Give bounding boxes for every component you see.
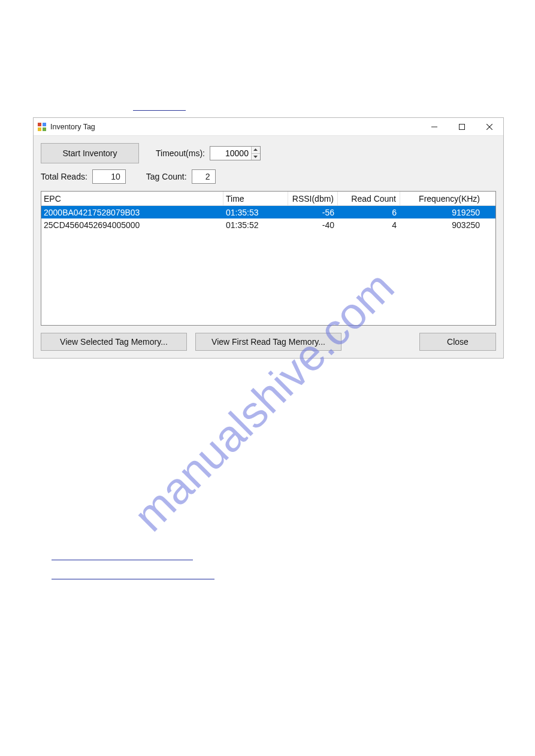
inventory-tag-window: Inventory Tag Start Inventory Timeout(ms… bbox=[33, 117, 504, 359]
tag-grid: EPC Time RSSI(dbm) Read Count Frequency(… bbox=[41, 191, 496, 326]
view-selected-label: View Selected Tag Memory... bbox=[60, 337, 168, 347]
grid-header-frequency[interactable]: Frequency(KHz) bbox=[400, 192, 483, 205]
timeout-spin-up[interactable] bbox=[252, 147, 260, 153]
tag-count-value: 2 bbox=[192, 169, 216, 184]
svg-marker-8 bbox=[253, 148, 258, 151]
svg-rect-0 bbox=[38, 123, 41, 126]
cell-read-count: 6 bbox=[338, 206, 400, 218]
grid-header-rssi[interactable]: RSSI(dbm) bbox=[288, 192, 338, 205]
total-reads-value: 10 bbox=[92, 169, 126, 184]
close-window-button[interactable] bbox=[476, 118, 503, 135]
grid-header-epc[interactable]: EPC bbox=[41, 192, 223, 205]
view-selected-tag-memory-button[interactable]: View Selected Tag Memory... bbox=[41, 333, 187, 351]
cell-rssi: -40 bbox=[288, 218, 338, 231]
svg-rect-1 bbox=[43, 123, 46, 126]
tag-count-label: Tag Count: bbox=[146, 172, 187, 181]
total-reads-label: Total Reads: bbox=[41, 172, 87, 181]
spacer bbox=[350, 333, 411, 351]
close-icon bbox=[486, 124, 492, 130]
cell-read-count: 4 bbox=[338, 218, 400, 231]
timeout-spin-down[interactable] bbox=[252, 153, 260, 160]
view-first-read-tag-memory-button[interactable]: View First Read Tag Memory... bbox=[195, 333, 341, 351]
chevron-down-icon bbox=[253, 156, 258, 158]
grid-body: 2000BA04217528079B03 01:35:53 -56 6 9192… bbox=[41, 206, 495, 231]
timeout-spinner bbox=[251, 147, 260, 160]
cell-epc: 2000BA04217528079B03 bbox=[41, 206, 223, 218]
grid-header-read-count[interactable]: Read Count bbox=[338, 192, 400, 205]
svg-rect-2 bbox=[38, 127, 41, 131]
window-title: Inventory Tag bbox=[50, 123, 421, 131]
view-first-label: View First Read Tag Memory... bbox=[211, 337, 325, 347]
table-row[interactable]: 2000BA04217528079B03 01:35:53 -56 6 9192… bbox=[41, 206, 495, 218]
svg-marker-9 bbox=[253, 156, 258, 158]
timeout-label: Timeout(ms): bbox=[156, 148, 205, 158]
top-controls-row-2: Total Reads: 10 Tag Count: 2 bbox=[41, 169, 496, 184]
client-area: Start Inventory Timeout(ms): Total Reads… bbox=[34, 136, 503, 358]
decorative-underline-1 bbox=[52, 560, 193, 560]
decorative-underline-2 bbox=[52, 579, 214, 579]
top-controls-row-1: Start Inventory Timeout(ms): bbox=[41, 143, 496, 163]
bottom-button-row: View Selected Tag Memory... View First R… bbox=[41, 333, 496, 351]
maximize-icon bbox=[459, 124, 465, 130]
table-row[interactable]: 25CD4560452694005000 01:35:52 -40 4 9032… bbox=[41, 218, 495, 231]
cell-frequency: 903250 bbox=[400, 218, 483, 231]
cell-epc: 25CD4560452694005000 bbox=[41, 218, 223, 231]
grid-header-row: EPC Time RSSI(dbm) Read Count Frequency(… bbox=[41, 192, 495, 206]
app-icon bbox=[37, 122, 47, 132]
maximize-button[interactable] bbox=[448, 118, 476, 135]
chevron-up-icon bbox=[253, 148, 258, 151]
minimize-icon bbox=[431, 124, 437, 130]
cell-time: 01:35:53 bbox=[223, 206, 288, 218]
titlebar[interactable]: Inventory Tag bbox=[34, 118, 503, 136]
cell-time: 01:35:52 bbox=[223, 218, 288, 231]
cell-frequency: 919250 bbox=[400, 206, 483, 218]
svg-rect-3 bbox=[43, 127, 46, 131]
minimize-button[interactable] bbox=[421, 118, 448, 135]
svg-rect-5 bbox=[460, 124, 465, 129]
timeout-input[interactable] bbox=[210, 147, 251, 160]
close-label: Close bbox=[447, 337, 468, 347]
cell-rssi: -56 bbox=[288, 206, 338, 218]
window-controls bbox=[421, 118, 503, 135]
decorative-underline-top bbox=[133, 110, 186, 111]
start-inventory-button[interactable]: Start Inventory bbox=[41, 143, 139, 163]
close-button[interactable]: Close bbox=[419, 333, 496, 351]
grid-header-time[interactable]: Time bbox=[223, 192, 288, 205]
timeout-numeric[interactable] bbox=[210, 146, 261, 160]
